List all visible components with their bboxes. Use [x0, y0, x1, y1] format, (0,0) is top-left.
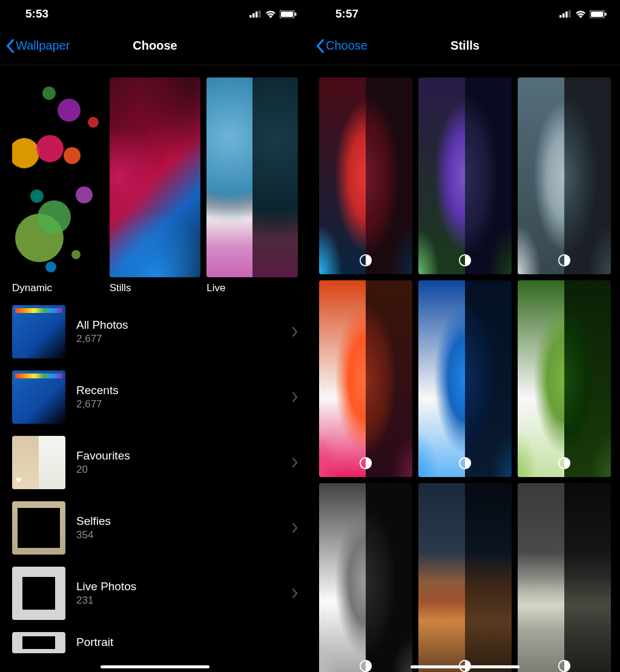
- status-icons: [559, 10, 607, 18]
- appearance-icon: [558, 456, 571, 470]
- svg-rect-6: [295, 13, 297, 16]
- chevron-right-icon: [292, 588, 298, 598]
- album-count: 20: [76, 464, 281, 476]
- category-label: Live: [206, 282, 298, 294]
- home-indicator[interactable]: [101, 665, 209, 668]
- svg-rect-12: [591, 12, 603, 17]
- stills-thumbnail: [110, 77, 201, 277]
- album-thumbnail: [12, 305, 65, 358]
- album-info: Selfies 354: [76, 515, 281, 541]
- still-red[interactable]: [319, 77, 412, 274]
- appearance-icon: [359, 254, 372, 267]
- back-button[interactable]: Wallpaper: [6, 39, 70, 53]
- category-stills[interactable]: Stills: [110, 77, 201, 294]
- svg-rect-10: [569, 10, 571, 18]
- chevron-left-icon: [316, 39, 325, 53]
- album-count: 231: [76, 595, 281, 607]
- svg-rect-9: [566, 12, 568, 18]
- album-count: 2,677: [76, 398, 281, 410]
- back-button[interactable]: Choose: [316, 39, 368, 53]
- category-label: Stills: [110, 282, 201, 294]
- back-label: Wallpaper: [16, 39, 70, 53]
- category-dynamic[interactable]: Dynamic: [12, 77, 104, 294]
- screen-stills: 5:57 Choose Stills: [310, 0, 620, 672]
- svg-rect-2: [256, 12, 258, 18]
- svg-rect-5: [281, 12, 293, 17]
- category-live[interactable]: Live: [206, 77, 298, 294]
- status-bar: 5:57: [310, 0, 620, 27]
- svg-rect-1: [252, 13, 255, 18]
- page-title: Choose: [133, 39, 177, 53]
- album-title: Favourites: [76, 449, 281, 463]
- chevron-right-icon: [292, 458, 298, 467]
- album-favourites[interactable]: ♥ Favourites 20: [12, 430, 298, 495]
- album-title: Selfies: [76, 515, 281, 528]
- album-info: Portrait: [76, 636, 298, 650]
- heart-icon: ♥: [16, 475, 22, 486]
- appearance-icon: [558, 659, 571, 672]
- cellular-icon: [249, 10, 262, 18]
- category-label: Dynamic: [12, 282, 104, 294]
- album-thumbnail: [12, 501, 65, 555]
- svg-rect-0: [249, 15, 252, 18]
- chevron-right-icon: [292, 523, 298, 533]
- wifi-icon: [265, 10, 276, 18]
- album-info: Recents 2,677: [76, 384, 281, 410]
- album-live-photos[interactable]: Live Photos 231: [12, 561, 298, 626]
- battery-icon: [280, 10, 297, 18]
- dynamic-thumbnail: [12, 77, 104, 277]
- appearance-icon: [359, 659, 372, 672]
- album-portrait[interactable]: Portrait: [12, 626, 298, 653]
- wifi-icon: [575, 10, 586, 18]
- back-label: Choose: [326, 39, 368, 53]
- nav-bar: Choose Stills: [310, 27, 620, 65]
- still-rock[interactable]: [518, 483, 611, 672]
- svg-rect-13: [605, 13, 607, 16]
- still-orange[interactable]: [319, 280, 412, 477]
- appearance-icon: [458, 254, 472, 267]
- chevron-right-icon: [292, 327, 298, 337]
- live-thumbnail: [206, 77, 298, 277]
- album-thumbnail: ♥: [12, 436, 65, 489]
- album-all-photos[interactable]: All Photos 2,677: [12, 299, 298, 364]
- chevron-right-icon: [292, 392, 298, 402]
- still-gray[interactable]: [518, 77, 611, 274]
- album-title: All Photos: [76, 318, 281, 332]
- album-info: Live Photos 231: [76, 580, 281, 607]
- status-icons: [249, 10, 297, 18]
- home-indicator[interactable]: [411, 665, 519, 668]
- appearance-icon: [359, 456, 372, 470]
- album-recents[interactable]: Recents 2,677: [12, 364, 298, 430]
- album-thumbnail: [12, 371, 65, 424]
- svg-rect-3: [259, 10, 261, 18]
- album-info: Favourites 20: [76, 449, 281, 476]
- album-title: Portrait: [76, 636, 298, 649]
- status-time: 5:57: [335, 7, 358, 21]
- still-green[interactable]: [518, 280, 611, 477]
- category-row: Dynamic Stills Live: [0, 65, 310, 299]
- battery-icon: [590, 10, 607, 18]
- album-title: Recents: [76, 384, 281, 397]
- cellular-icon: [559, 10, 572, 18]
- nav-bar: Wallpaper Choose: [0, 27, 310, 65]
- album-thumbnail: [12, 632, 65, 653]
- album-count: 2,677: [76, 333, 281, 345]
- album-thumbnail: [12, 567, 65, 620]
- chevron-left-icon: [6, 39, 15, 53]
- album-selfies[interactable]: Selfies 354: [12, 495, 298, 561]
- still-purple[interactable]: [418, 77, 512, 274]
- stills-grid: [310, 65, 620, 672]
- album-count: 354: [76, 529, 281, 541]
- svg-rect-7: [559, 15, 562, 18]
- screen-choose: 5:53 Wallpaper Choose: [0, 0, 310, 672]
- appearance-icon: [558, 254, 571, 267]
- page-title: Stills: [450, 39, 480, 53]
- still-mono[interactable]: [319, 483, 412, 672]
- status-bar: 5:53: [0, 0, 310, 27]
- album-title: Live Photos: [76, 580, 281, 593]
- svg-rect-8: [562, 13, 565, 18]
- still-desert[interactable]: [418, 483, 512, 672]
- status-time: 5:53: [25, 7, 48, 21]
- still-blue[interactable]: [418, 280, 512, 477]
- appearance-icon: [458, 456, 472, 470]
